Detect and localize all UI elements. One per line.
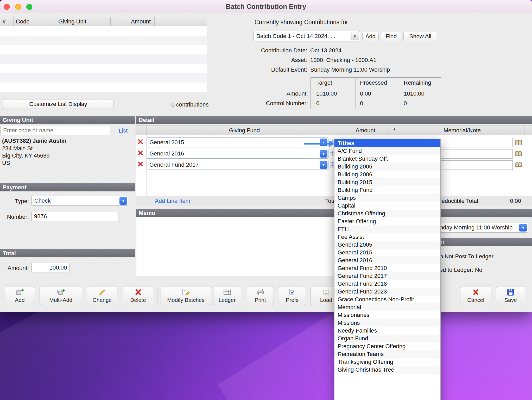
list-row[interactable] (0, 83, 207, 92)
chevron-down-icon: ▾ (351, 32, 359, 40)
giving-unit-name: (AUST382) Janie Austin (2, 138, 66, 144)
modify-batches-button[interactable]: Modify Batches (161, 286, 211, 305)
payment-type-value: Check (34, 196, 118, 205)
load-icon (322, 288, 330, 296)
print-button[interactable]: Print (247, 286, 274, 305)
change-button[interactable]: Change (87, 286, 117, 305)
giving-unit-address1: 234 Main St (2, 145, 33, 152)
fund-option[interactable]: Building 2006 (334, 171, 440, 178)
event-select[interactable]: Sunday Morning 11:00 Worship ▾ (430, 223, 528, 233)
fund-option[interactable]: Building 2005 (334, 163, 440, 171)
fund-option[interactable]: FTH (334, 225, 440, 233)
fund-option[interactable]: Needy Families (334, 327, 440, 335)
fund-option-selected[interactable]: Tithes (334, 139, 440, 147)
save-button[interactable]: Save (496, 286, 525, 305)
stats-control-target: 0 (316, 100, 319, 107)
stats-amount-processed: 0.00 (360, 90, 371, 97)
cancel-icon (472, 288, 480, 296)
fund-select-row3[interactable]: General Fund 2017 ▾ (147, 160, 328, 170)
print-icon (256, 288, 264, 296)
fund-select-row1-value: General 2015 (149, 138, 318, 147)
giving-unit-search-input[interactable] (1, 126, 110, 135)
fund-option[interactable]: Building 2015 (334, 178, 440, 186)
delete-line-button[interactable]: ✕ (137, 149, 144, 157)
fund-option[interactable]: Recreation Teams (334, 350, 440, 358)
delete-button[interactable]: Delete (123, 286, 153, 305)
chevron-down-icon: ▾ (519, 224, 527, 232)
list-row[interactable] (0, 36, 207, 45)
stats-col-processed: Processed (360, 79, 387, 86)
asset-label: Asset: (233, 57, 307, 64)
fund-select-row3-value: General Fund 2017 (149, 160, 318, 170)
giving-unit-list-link[interactable]: List (119, 127, 128, 134)
batch-select[interactable]: Batch Code 1 - Oct 14 2024: ... ▾ (254, 31, 360, 41)
fund-option[interactable]: Christmas Offering (334, 210, 440, 217)
fund-option[interactable]: Fee Assist (334, 233, 440, 241)
fund-select-row2[interactable]: General 2016 ▾ (147, 149, 328, 159)
fund-option[interactable]: Grace Connections Non-Profit (334, 296, 440, 303)
fund-option[interactable]: Easter Offering (334, 217, 440, 225)
fund-option[interactable]: General 2015 (334, 249, 440, 257)
memorial-note-icon[interactable] (515, 161, 522, 168)
multi-add-button[interactable]: Multi-Add (40, 286, 82, 305)
fund-option[interactable]: Giving Christmas Tree (334, 366, 440, 374)
fund-option[interactable]: Thanksgiving Offering (334, 358, 440, 366)
fund-option[interactable]: Memorial (334, 303, 440, 311)
prefs-icon (288, 288, 296, 296)
add-line-item-link[interactable]: Add Line Item (155, 198, 190, 204)
fund-option[interactable]: Missions (334, 319, 440, 327)
giving-unit-address2: Big City, KY 45689 (2, 152, 50, 159)
memorial-note-icon[interactable] (515, 150, 522, 157)
customize-list-display-button[interactable]: Customize List Display (3, 99, 114, 109)
annotation-arrow (304, 143, 330, 145)
total-amount-input[interactable] (31, 263, 70, 272)
fund-option[interactable]: Missionaries (334, 311, 440, 319)
fund-option[interactable]: A/C Fund (334, 147, 440, 155)
contribution-date-value: Oct 13 2024 (310, 47, 341, 54)
find-batch-button[interactable]: Find (381, 32, 401, 41)
list-row[interactable] (0, 26, 207, 36)
annotation-arrow-head (329, 141, 334, 147)
screen: Batch Contribution Entry # Code Giving U… (0, 0, 532, 400)
event-select-value: Sunday Morning 11:00 Worship (433, 223, 518, 232)
detail-header-memo-col (524, 126, 532, 135)
stats-amount-label: Amount: (242, 90, 308, 97)
cancel-button[interactable]: Cancel (460, 286, 491, 305)
ledger-button[interactable]: Ledger (213, 286, 241, 305)
total-amount-label: Amount: (0, 265, 29, 272)
list-row[interactable] (0, 54, 207, 64)
payment-number-input[interactable] (31, 212, 118, 221)
fund-option[interactable]: General Fund 2023 (334, 288, 440, 296)
fund-option[interactable]: General 2005 (334, 241, 440, 249)
fund-option[interactable]: General Fund 2017 (334, 272, 440, 280)
change-icon (98, 288, 106, 296)
fund-option[interactable]: Organ Fund (334, 335, 440, 342)
batch-heading: Currently showing Contributions for (255, 19, 348, 26)
fund-option[interactable]: Camps (334, 194, 440, 202)
detail-header-star: * (389, 126, 400, 135)
prefs-button[interactable]: Prefs (279, 286, 305, 305)
delete-line-button[interactable]: ✕ (137, 160, 144, 168)
giving-fund-dropdown-list: Tithes A/C Fund Blanket Sunday Off. Buil… (334, 139, 441, 400)
fund-option[interactable]: General Fund 2010 (334, 264, 440, 272)
fund-option[interactable]: General Fund 2018 (334, 280, 440, 288)
add-batch-button[interactable]: Add (362, 32, 379, 41)
list-row[interactable] (0, 64, 207, 73)
delete-line-button[interactable]: ✕ (137, 138, 144, 146)
toolbar-separator (157, 287, 157, 304)
fund-option[interactable]: Blanket Sunday Off. (334, 155, 440, 163)
chevron-down-icon: ▾ (320, 161, 327, 169)
add-contribution-button[interactable]: Add (5, 286, 35, 305)
list-row[interactable] (0, 73, 207, 83)
fund-option[interactable]: Pregnancy Center Offering (334, 342, 440, 350)
list-row[interactable] (0, 45, 207, 54)
fund-option[interactable]: General 2016 (334, 257, 440, 264)
fund-option[interactable]: Capital (334, 202, 440, 210)
payment-type-select[interactable]: Check ▾ (31, 196, 128, 206)
giving-unit-header: Giving Unit (0, 116, 135, 124)
fund-select-row1[interactable]: General 2015 ▾ (147, 138, 328, 147)
show-all-button[interactable]: Show All (403, 32, 437, 41)
contribution-date-label: Contribution Date: (233, 47, 307, 54)
fund-option[interactable]: Building Fund (334, 186, 440, 194)
memorial-note-icon[interactable] (515, 139, 522, 146)
